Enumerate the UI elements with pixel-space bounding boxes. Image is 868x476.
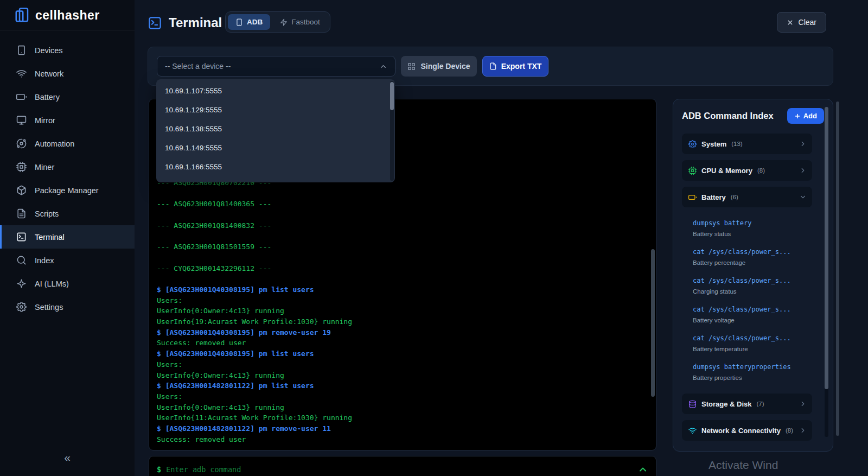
sidebar-item-devices[interactable]: Devices [0, 39, 135, 62]
sidebar-item-miner[interactable]: Miner [0, 155, 135, 179]
battery-icon [16, 92, 27, 102]
chevron-right-icon [799, 427, 807, 434]
page-title: Terminal [169, 15, 222, 30]
collapse-chevrons-icon: « [64, 451, 71, 464]
terminal-line: --- CYQ623H001432296112 --- [157, 263, 645, 274]
device-option[interactable]: 10.69.1.107:5555 [156, 81, 395, 100]
sidebar-item-automation[interactable]: Automation [0, 132, 135, 155]
sidebar-item-scripts[interactable]: Scripts [0, 202, 135, 225]
sidebar-item-mirror[interactable]: Mirror [0, 109, 135, 132]
logo[interactable]: cellhasher [0, 0, 135, 31]
command-description: Charging status [693, 288, 810, 295]
sidebar-item-label: Mirror [35, 116, 55, 125]
dropdown-scrollbar-thumb[interactable] [390, 82, 394, 110]
sidebar-item-label: Package Manager [35, 186, 99, 195]
add-button-label: Add [803, 112, 817, 120]
terminal-line: UserInfo{0:Owner:4c13} running [157, 402, 645, 413]
terminal-icon [16, 232, 27, 242]
terminal-line [157, 252, 645, 263]
sidebar-item-ai-llms[interactable]: AI (LLMs) [0, 272, 135, 295]
sidebar: cellhasher Devices Network Battery Mirro… [0, 0, 135, 476]
sidebar-item-settings[interactable]: Settings [0, 295, 135, 319]
terminal-line: $ [ASQ623H001Q40308195] pm list users [157, 284, 645, 295]
tab-fastboot[interactable]: Fastboot [272, 14, 328, 30]
sidebar-item-index[interactable]: Index [0, 249, 135, 272]
cpu-icon [688, 167, 697, 175]
device-option[interactable]: 10.69.1.166:5555 [156, 157, 395, 176]
logo-text: cellhasher [35, 8, 100, 23]
export-txt-button[interactable]: Export TXT [482, 56, 548, 77]
gear-icon [16, 302, 27, 312]
category-list: System (13) CPU & Memory (8) Battery (6) [682, 134, 824, 441]
category-system[interactable]: System (13) [682, 134, 812, 154]
command-item[interactable]: cat /sys/class/power_s... Charging statu… [693, 276, 810, 295]
device-option[interactable]: 10.69.1.138:5555 [156, 119, 395, 138]
sidebar-item-terminal[interactable]: Terminal [0, 225, 135, 249]
sidebar-item-battery[interactable]: Battery [0, 85, 135, 109]
file-text-icon [489, 62, 497, 70]
tab-adb[interactable]: ADB [228, 14, 270, 30]
panel-header: ADB Command Index Add [682, 108, 824, 124]
category-battery[interactable]: Battery (6) [682, 187, 812, 207]
tab-label: ADB [247, 18, 263, 26]
clear-button[interactable]: Clear [777, 12, 826, 33]
terminal-line [157, 274, 645, 284]
category-count: (8) [786, 427, 793, 434]
gear-icon [688, 140, 697, 148]
orbit-icon [16, 138, 27, 149]
chevron-right-icon [799, 400, 807, 408]
page-header: Terminal [148, 11, 222, 35]
panel-scrollbar-thumb[interactable] [825, 107, 828, 389]
add-command-button[interactable]: Add [787, 108, 824, 124]
category-name: System [701, 140, 726, 148]
lightning-icon [280, 18, 288, 26]
terminal-scrollbar-thumb[interactable] [651, 249, 655, 397]
main-content: Terminal ADB Fastboot Clear -- Select a … [135, 0, 868, 476]
device-option[interactable]: 10.69.1.149:5555 [156, 138, 395, 157]
page-scrollbar-thumb[interactable] [836, 101, 839, 436]
terminal-line: --- ASQ623H001Q81400832 --- [157, 220, 645, 231]
category-storage-disk[interactable]: Storage & Disk (7) [682, 394, 812, 414]
single-device-label: Single Device [420, 62, 470, 71]
command-code: cat /sys/class/power_s... [693, 334, 810, 342]
plus-icon [794, 113, 801, 119]
adb-command-input[interactable] [166, 465, 637, 474]
terminal-line: UserInfo{19:Acurast Work Profile:1030} r… [157, 316, 645, 327]
smartphone-icon [16, 45, 27, 55]
command-item[interactable]: cat /sys/class/power_s... Battery voltag… [693, 305, 810, 324]
single-device-button[interactable]: Single Device [401, 56, 477, 77]
database-icon [688, 400, 697, 408]
terminal-line: $ [ASQ623H001Q40308195] pm remove-user 1… [157, 327, 645, 338]
sidebar-item-label: Automation [35, 139, 74, 148]
battery-icon [688, 193, 697, 201]
command-item[interactable]: cat /sys/class/power_s... Battery percen… [693, 247, 810, 266]
command-item[interactable]: dumpsys batteryproperties Battery proper… [693, 363, 810, 382]
device-select[interactable]: -- Select a device -- [157, 56, 395, 77]
command-item[interactable]: cat /sys/class/power_s... Battery temper… [693, 334, 810, 353]
command-code: cat /sys/class/power_s... [693, 276, 810, 285]
command-description: Battery status [693, 230, 810, 238]
terminal-title-icon [148, 16, 162, 30]
grid-icon [407, 62, 416, 71]
category-network-connectivity[interactable]: Network & Connectivity (8) [682, 420, 812, 441]
sidebar-item-label: Devices [35, 46, 63, 55]
terminal-line: $ [ASQ623H001Q40308195] pm list users [157, 348, 645, 359]
sidebar-menu: Devices Network Battery Mirror Automatio… [0, 31, 135, 442]
prompt-symbol: $ [157, 465, 161, 474]
dropdown-scrollbar[interactable] [390, 81, 394, 181]
command-description: Battery percentage [693, 259, 810, 266]
sidebar-collapse-button[interactable]: « [0, 442, 135, 476]
sidebar-item-network[interactable]: Network [0, 62, 135, 85]
sidebar-item-label: Scripts [35, 210, 59, 218]
panel-scrollbar[interactable] [825, 107, 828, 437]
device-option[interactable]: 10.69.1.129:5555 [156, 100, 395, 119]
sidebar-item-package-manager[interactable]: Package Manager [0, 179, 135, 202]
panel-title: ADB Command Index [682, 111, 774, 121]
search-icon [16, 255, 27, 265]
chevron-up-icon [379, 62, 387, 71]
category-cpu-memory[interactable]: CPU & Memory (8) [682, 160, 812, 181]
terminal-input-row: $ [149, 456, 656, 476]
category-name: Network & Connectivity [701, 427, 781, 435]
scroll-top-icon[interactable] [637, 464, 648, 475]
command-item[interactable]: dumpsys battery Battery status [693, 219, 810, 238]
